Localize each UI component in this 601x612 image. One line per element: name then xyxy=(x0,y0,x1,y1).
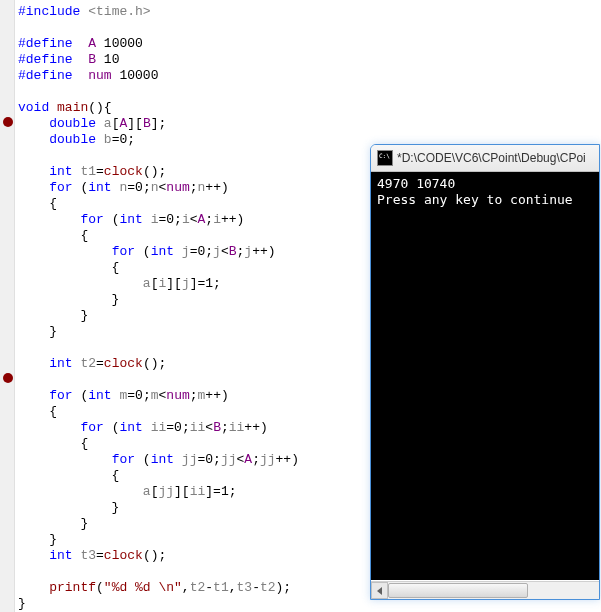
console-icon xyxy=(377,150,393,166)
console-window[interactable]: *D:\CODE\VC6\CPoint\Debug\CPoi 4970 1074… xyxy=(370,144,600,600)
console-titlebar[interactable]: *D:\CODE\VC6\CPoint\Debug\CPoi xyxy=(371,145,599,172)
console-output: 4970 10740 Press any key to continue xyxy=(371,172,599,580)
scrollbar-thumb[interactable] xyxy=(388,583,528,598)
console-title: *D:\CODE\VC6\CPoint\Debug\CPoi xyxy=(397,151,586,165)
scroll-left-icon[interactable] xyxy=(371,582,388,599)
horizontal-scrollbar[interactable] xyxy=(371,581,599,599)
